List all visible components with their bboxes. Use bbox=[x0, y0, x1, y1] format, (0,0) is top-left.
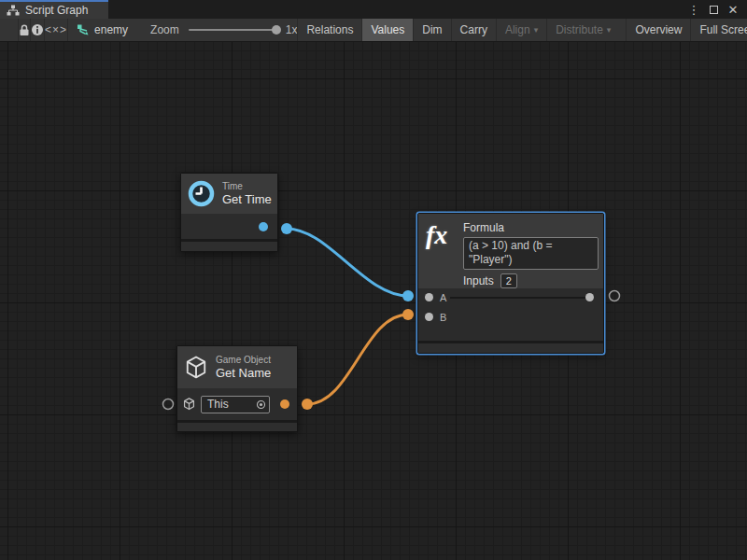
window-menu-icon[interactable]: ⋮ bbox=[687, 2, 700, 17]
get-time-ports bbox=[181, 214, 277, 239]
formula-ports: A B bbox=[418, 288, 603, 341]
graph-asset-icon bbox=[77, 23, 90, 36]
formula-fx-icon: fx bbox=[426, 221, 456, 249]
node-get-name[interactable]: Game Object Get Name This bbox=[176, 345, 298, 432]
distribute-label: Distribute bbox=[556, 23, 603, 36]
overview-button[interactable]: Overview bbox=[626, 19, 690, 41]
get-time-footer bbox=[181, 242, 277, 251]
code-view-icon: <×> bbox=[45, 23, 67, 36]
connections-layer bbox=[0, 42, 747, 560]
wire-get-name-to-formula-b[interactable] bbox=[307, 315, 408, 404]
get-name-header: Game Object Get Name bbox=[177, 346, 297, 388]
info-button[interactable] bbox=[30, 19, 44, 41]
game-object-cube-icon bbox=[183, 354, 209, 382]
script-graph-window: Script Graph ⋮ ✕ <×> bbox=[0, 0, 747, 560]
zoom-slider[interactable] bbox=[189, 29, 278, 31]
full-screen-button[interactable]: Full Screen bbox=[690, 19, 747, 41]
tab-script-graph[interactable]: Script Graph bbox=[0, 0, 108, 19]
wire-blue-start-dot[interactable] bbox=[281, 223, 292, 234]
align-label: Align bbox=[505, 23, 530, 36]
target-object-value: This bbox=[207, 398, 229, 411]
get-name-ports: This bbox=[177, 388, 297, 420]
graph-name: enemy bbox=[94, 23, 128, 36]
expression-line-1: (a > 10) and (b = bbox=[469, 239, 593, 253]
tab-title: Script Graph bbox=[25, 4, 88, 17]
titlebar: Script Graph ⋮ ✕ bbox=[0, 0, 747, 19]
formula-port-row-a: A bbox=[418, 288, 603, 306]
get-name-title: Get Name bbox=[216, 366, 271, 381]
get-name-output-port[interactable] bbox=[280, 399, 289, 409]
maximize-icon[interactable] bbox=[707, 2, 720, 17]
wire-blue-end-dot[interactable] bbox=[402, 290, 414, 301]
align-caret-icon: ▾ bbox=[534, 25, 539, 35]
zoom-control: Zoom 1x bbox=[150, 19, 297, 41]
get-name-category: Game Object bbox=[216, 355, 271, 366]
zoom-label: Zoom bbox=[150, 23, 179, 36]
node-formula[interactable]: fx Formula (a > 10) and (b = "Player") I… bbox=[417, 213, 604, 354]
graph-hierarchy-icon bbox=[7, 5, 20, 16]
dim-button[interactable]: Dim bbox=[413, 19, 450, 41]
get-time-category: Time bbox=[222, 181, 272, 192]
close-icon[interactable]: ✕ bbox=[726, 2, 740, 17]
code-view-button[interactable]: <×> bbox=[44, 19, 68, 41]
get-time-output-port[interactable] bbox=[259, 222, 268, 231]
info-icon bbox=[31, 23, 44, 36]
zoom-value: 1x bbox=[286, 23, 298, 36]
get-name-titles: Game Object Get Name bbox=[216, 355, 271, 381]
carry-button[interactable]: Carry bbox=[451, 19, 496, 41]
relations-button[interactable]: Relations bbox=[297, 19, 361, 41]
node-get-time[interactable]: Time Get Time bbox=[180, 173, 278, 252]
get-time-title: Get Time bbox=[222, 192, 272, 207]
formula-footer bbox=[418, 343, 603, 353]
formula-input-b-label: B bbox=[440, 312, 446, 323]
inputs-label: Inputs bbox=[463, 274, 494, 287]
formula-title: Formula bbox=[463, 221, 599, 234]
graph-canvas[interactable]: Time Get Time fx Formula (a > 10) and (b… bbox=[0, 42, 747, 560]
get-name-footer bbox=[177, 423, 297, 431]
formula-header: fx Formula (a > 10) and (b = "Player") I… bbox=[418, 214, 603, 288]
formula-input-a-label: A bbox=[440, 292, 446, 303]
get-time-header: Time Get Time bbox=[181, 174, 277, 214]
lock-icon bbox=[19, 24, 30, 36]
formula-input-a-port[interactable] bbox=[425, 293, 433, 301]
inputs-count-field[interactable]: 2 bbox=[500, 273, 517, 288]
wire-orange-start-dot[interactable] bbox=[302, 399, 313, 410]
get-time-titles: Time Get Time bbox=[222, 181, 272, 207]
align-dropdown[interactable]: Align ▾ bbox=[496, 19, 546, 41]
wire-get-time-to-formula-a[interactable] bbox=[287, 229, 408, 296]
distribute-caret-icon: ▾ bbox=[607, 25, 612, 35]
distribute-dropdown[interactable]: Distribute ▾ bbox=[546, 19, 619, 41]
formula-output-port[interactable] bbox=[585, 293, 594, 301]
graph-breadcrumb[interactable]: enemy bbox=[68, 19, 137, 41]
zoom-slider-handle[interactable] bbox=[272, 25, 281, 35]
wire-orange-end-dot[interactable] bbox=[402, 309, 414, 320]
maximize-box bbox=[710, 6, 718, 14]
graph-toolbar: <×> enemy Zoom 1x Relations Values Dim C… bbox=[0, 19, 747, 42]
formula-port-row-b: B bbox=[418, 308, 603, 326]
formula-expression-input[interactable]: (a > 10) and (b = "Player") bbox=[463, 237, 599, 270]
expression-line-2: "Player") bbox=[469, 253, 593, 267]
formula-input-b-port[interactable] bbox=[425, 313, 433, 321]
target-object-field[interactable]: This bbox=[201, 396, 270, 413]
target-type-cube-icon bbox=[182, 397, 196, 412]
object-picker-icon[interactable] bbox=[256, 399, 266, 410]
formula-output-unconnected-port[interactable] bbox=[610, 291, 620, 301]
window-controls: ⋮ ✕ bbox=[687, 0, 747, 19]
formula-settings: Formula (a > 10) and (b = "Player") Inpu… bbox=[463, 221, 599, 288]
get-name-input-unconnected-port[interactable] bbox=[163, 399, 174, 410]
toolbar-view-options: Relations Values Dim Carry Align ▾ Distr… bbox=[297, 19, 747, 41]
lock-button[interactable] bbox=[18, 19, 30, 41]
relation-line bbox=[450, 297, 591, 299]
formula-inputs-row: Inputs 2 bbox=[463, 273, 599, 288]
values-button[interactable]: Values bbox=[361, 19, 413, 41]
clock-icon bbox=[187, 179, 216, 208]
